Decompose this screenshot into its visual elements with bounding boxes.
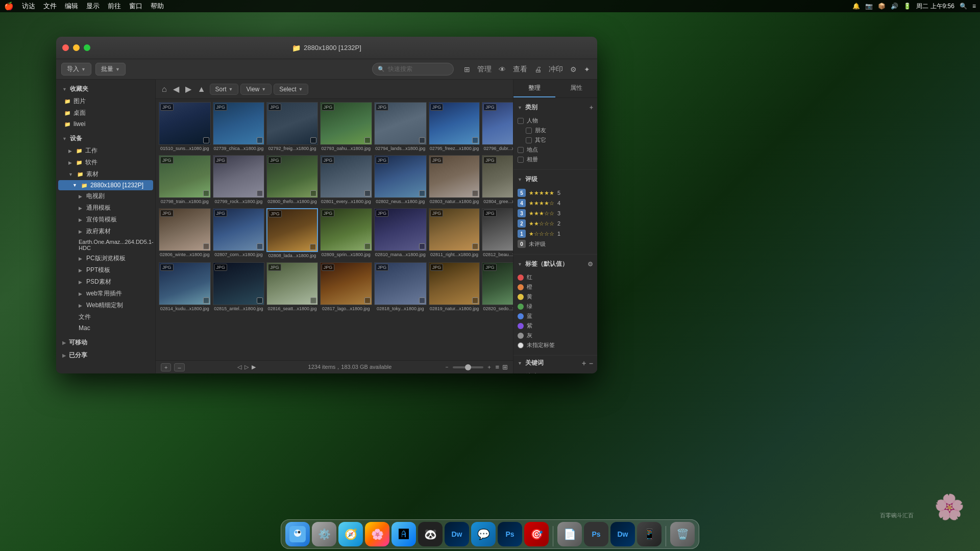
menu-go[interactable]: 前往 (108, 2, 121, 11)
prev-page-btn[interactable]: ◁ (237, 364, 241, 370)
dock-apps[interactable]: 📱 (637, 522, 662, 546)
tab-organize[interactable]: 整理 (513, 80, 555, 97)
menu-edit[interactable]: 编辑 (65, 2, 78, 11)
sidebar-item-template[interactable]: ▶ 通用模板 (58, 202, 153, 214)
image-cell-11[interactable]: JPG02801_every...x1800.jpg (319, 154, 373, 207)
image-cell-8[interactable]: JPG02798_train...x1800.jpg (158, 154, 212, 207)
view-btn[interactable]: View ▼ (240, 84, 272, 95)
image-cell-26[interactable]: JPG02816_seatt...x1800.jpg (265, 261, 319, 314)
rating-4[interactable]: 4 ★★★★☆ 4 (518, 198, 593, 208)
battery-icon[interactable]: 🔋 (903, 3, 911, 10)
dock-finder[interactable] (285, 522, 310, 546)
img-checkbox[interactable] (364, 297, 371, 304)
filter-albums[interactable]: 相册 (518, 155, 593, 164)
img-checkbox[interactable] (203, 243, 209, 249)
image-cell-17[interactable]: JPG02807_corn...x1800.jpg (212, 207, 266, 261)
keyword-add[interactable]: + (582, 359, 586, 367)
tag-green[interactable]: 绿 (518, 302, 593, 311)
tag-untagged[interactable]: 未指定标签 (518, 340, 593, 350)
filter-friends[interactable]: 朋友 (518, 126, 593, 135)
image-cell-9[interactable]: JPG02799_rock...x1800.jpg (212, 154, 266, 207)
image-cell-22[interactable]: JPG02812_beau...x1800.jpg (481, 207, 513, 261)
sidebar-item-materials[interactable]: ▼ 📁 素材 (58, 168, 153, 180)
control-center-icon[interactable]: ≡ (972, 3, 976, 10)
img-checkbox[interactable] (257, 243, 263, 249)
grid-view-icon[interactable]: ⊞ (462, 64, 472, 74)
sidebar-item-web-custom[interactable]: ▶ Web精细定制 (58, 299, 153, 311)
tag-gray[interactable]: 灰 (518, 331, 593, 340)
dock-app1[interactable]: 🐼 (418, 522, 443, 546)
dock-dw[interactable]: Dw (445, 522, 469, 546)
img-checkbox[interactable] (203, 190, 209, 196)
import-button[interactable]: 导入 ▼ (61, 63, 91, 76)
sidebar-item-pc-browser[interactable]: ▶ PC版浏览模板 (58, 253, 153, 264)
sidebar-item-2880x1800[interactable]: ▼ 📁 2880x1800 [1232P] (58, 180, 153, 190)
sidebar-item-earth[interactable]: Earth.One.Amaz...264.DD5.1-HDC (58, 237, 153, 253)
sidebar-item-tv[interactable]: ▶ 电视剧 (58, 190, 153, 202)
rating-2[interactable]: 2 ★★☆☆☆ 2 (518, 218, 593, 229)
image-cell-10[interactable]: JPG02800_thefo...x1800.jpg (265, 154, 319, 207)
image-cell-19[interactable]: JPG02809_sprin...x1800.jpg (319, 207, 373, 261)
img-checkbox[interactable] (419, 190, 425, 196)
img-checkbox[interactable] (310, 244, 316, 250)
select-button[interactable]: Select ▼ (274, 84, 308, 95)
rating-5[interactable]: 5 ★★★★★ 5 (518, 188, 593, 198)
camera-icon[interactable]: 📷 (865, 3, 873, 10)
people-checkbox[interactable] (518, 118, 524, 124)
albums-checkbox[interactable] (518, 157, 524, 163)
tab-properties[interactable]: 属性 (555, 80, 597, 97)
image-cell-20[interactable]: JPG02810_mana...x1800.jpg (373, 207, 428, 261)
img-checkbox[interactable] (419, 243, 425, 249)
img-checkbox[interactable] (310, 297, 316, 304)
image-cell-14[interactable]: JPG02804_gree...x1800.jpg (481, 154, 513, 207)
sidebar-item-liwei[interactable]: 📁 liwei (58, 119, 153, 129)
img-checkbox[interactable] (364, 190, 371, 196)
img-checkbox[interactable] (257, 190, 263, 196)
dock-capture[interactable]: 🎯 (524, 522, 549, 546)
apple-menu[interactable]: 🍎 (4, 2, 14, 11)
rating-3[interactable]: 3 ★★★☆☆ 3 (518, 208, 593, 218)
favorites-section-header[interactable]: ▼ 收藏夹 (56, 83, 155, 95)
minimize-button[interactable] (73, 44, 80, 51)
rating-header[interactable]: ▼ 评级 (518, 173, 593, 186)
categories-add[interactable]: + (590, 104, 593, 111)
settings-icon[interactable]: ⚙ (568, 64, 579, 74)
img-checkbox[interactable] (472, 297, 478, 304)
shared-section-header[interactable]: ▶ 已分享 (56, 349, 155, 362)
img-checkbox[interactable] (310, 190, 316, 196)
print-button[interactable]: 🖨 (532, 64, 544, 74)
sidebar-item-desktop[interactable]: 📁 桌面 (58, 107, 153, 119)
maximize-button[interactable] (84, 44, 90, 51)
image-cell-5[interactable]: JPG02795_freez...x1800.jpg (428, 101, 481, 154)
back-button[interactable]: ◀ (171, 83, 181, 95)
sidebar-item-ad-template[interactable]: ▶ 宣传筒模板 (58, 214, 153, 226)
volume-icon[interactable]: 🔊 (891, 3, 898, 10)
close-button[interactable] (62, 44, 69, 51)
dock-photos[interactable]: 🌸 (365, 522, 389, 546)
preview-button[interactable]: 👁 (497, 64, 508, 74)
rating-0[interactable]: 0 未评级 (518, 239, 593, 249)
home-button[interactable]: ⌂ (160, 84, 169, 95)
places-checkbox[interactable] (518, 147, 524, 153)
package-icon[interactable]: 📦 (878, 3, 886, 10)
filter-places[interactable]: 地点 (518, 145, 593, 155)
tags-settings[interactable]: ⚙ (587, 261, 593, 268)
search-menubar-icon[interactable]: 🔍 (960, 3, 967, 10)
image-cell-4[interactable]: JPG02794_lands...x1800.jpg (373, 101, 428, 154)
tag-red[interactable]: 红 (518, 272, 593, 282)
sidebar-item-files[interactable]: 文件 (58, 311, 153, 323)
up-button[interactable]: ▲ (195, 84, 208, 95)
dock-safari[interactable]: 🧭 (338, 522, 363, 546)
manage-button[interactable]: 管理 (475, 64, 494, 75)
img-checkbox[interactable] (472, 137, 478, 143)
dock-files[interactable]: 📄 (557, 522, 582, 546)
remove-btn[interactable]: – (174, 363, 184, 371)
print-label[interactable]: 冲印 (547, 64, 565, 75)
image-cell-0[interactable]: JPG01510_suns...x1080.jpg (158, 101, 212, 154)
sidebar-item-psd[interactable]: ▶ PSD素材 (58, 276, 153, 288)
image-cell-28[interactable]: JPG02818_toky...x1800.jpg (373, 261, 428, 314)
image-cell-13[interactable]: JPG02803_natur...x1800.jpg (428, 154, 481, 207)
image-cell-18[interactable]: JPG02808_lada...x1800.jpg (265, 207, 319, 261)
img-checkbox[interactable] (472, 190, 478, 196)
devices-section-header[interactable]: ▼ 设备 (56, 132, 155, 145)
